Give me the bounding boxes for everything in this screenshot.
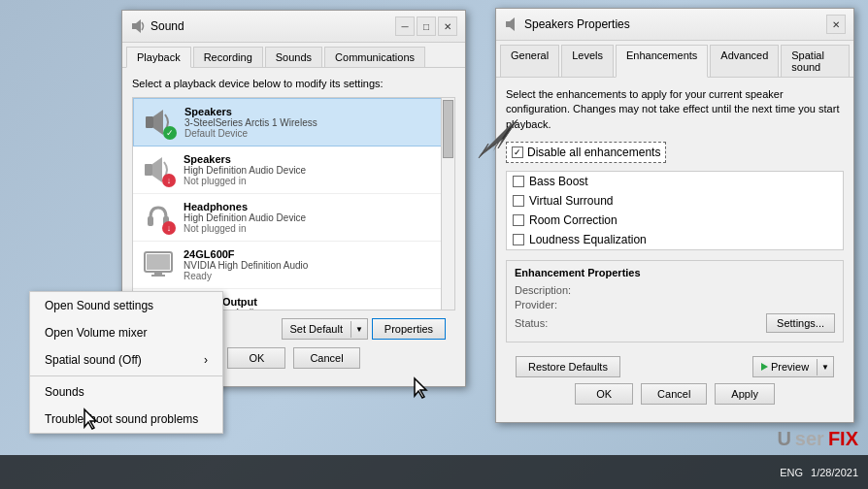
set-default-dropdown-icon[interactable]: ▼: [351, 321, 367, 338]
svg-rect-9: [154, 272, 162, 275]
menu-item-troubleshoot[interactable]: Troubleshoot sound problems: [30, 406, 222, 433]
device-item-monitor[interactable]: 24GL600F NVIDIA High Definition Audio Re…: [133, 242, 454, 289]
default-check-icon: ✓: [163, 126, 177, 140]
device-info-1: Speakers 3-SteelSeries Arctis 1 Wireless…: [184, 106, 446, 139]
menu-item-sounds[interactable]: Sounds: [30, 378, 222, 406]
enhancement-list: Bass Boost Virtual Surround Room Correct…: [506, 171, 844, 250]
sound-tabs: Playback Recording Sounds Communications: [122, 43, 465, 68]
enhancement-room-correction[interactable]: Room Correction: [507, 211, 843, 230]
headphones-icon: ↓: [141, 200, 176, 235]
bass-boost-checkbox[interactable]: [513, 176, 524, 187]
speakers-icon: ✓: [142, 105, 177, 140]
device-list[interactable]: ✓ Speakers 3-SteelSeries Arctis 1 Wirele…: [132, 97, 455, 310]
watermark-ser: ser: [795, 428, 824, 450]
menu-item-volume-mixer[interactable]: Open Volume mixer: [30, 319, 222, 346]
device-desc-4: NVIDIA High Definition Audio: [184, 260, 447, 271]
speakers-titlebar: Speakers Properties ✕: [496, 9, 853, 41]
titlebar-buttons: ─ □ ✕: [395, 16, 457, 36]
tab-spatial-sound[interactable]: Spatial sound: [781, 45, 850, 77]
speakers-titlebar-left: Speakers Properties: [504, 16, 630, 32]
enhancement-virtual-surround[interactable]: Virtual Surround: [507, 191, 843, 211]
tab-playback[interactable]: Playback: [126, 47, 191, 68]
speakers-ok-button[interactable]: OK: [575, 383, 633, 405]
speakers-dialog-title: Speakers Properties: [524, 17, 630, 31]
sound-dialog-titlebar: Sound ─ □ ✕: [122, 11, 465, 43]
playback-instruction: Select a playback device below to modify…: [132, 78, 455, 89]
speakers-titlebar-buttons: ✕: [826, 15, 846, 34]
minimize-button[interactable]: ─: [395, 16, 415, 36]
speakers-tabs: General Levels Enhancements Advanced Spa…: [496, 41, 853, 78]
disable-all-label: Disable all enhancements: [527, 146, 660, 159]
tab-communications[interactable]: Communications: [324, 47, 425, 67]
close-button[interactable]: ✕: [438, 16, 457, 36]
settings-button[interactable]: Settings...: [766, 313, 835, 333]
sound-icon: [130, 18, 146, 34]
speakers-apply-button[interactable]: Apply: [715, 383, 775, 405]
room-correction-label: Room Correction: [529, 213, 618, 227]
play-icon: [761, 363, 768, 371]
scrollbar-track[interactable]: [441, 98, 454, 310]
speakers-title-icon: [504, 16, 519, 32]
context-menu: Open Sound settings Open Volume mixer Sp…: [29, 291, 223, 434]
status-row: Status: Settings...: [515, 313, 835, 333]
cancel-button[interactable]: Cancel: [293, 347, 359, 369]
tab-enhancements[interactable]: Enhancements: [616, 45, 708, 78]
device-item-speakers-default[interactable]: ✓ Speakers 3-SteelSeries Arctis 1 Wirele…: [133, 98, 454, 147]
enhancement-bass-boost[interactable]: Bass Boost: [507, 172, 843, 191]
description-label: Description:: [515, 284, 592, 296]
ok-button[interactable]: OK: [227, 347, 285, 369]
tab-general[interactable]: General: [500, 45, 559, 77]
provider-label: Provider:: [515, 299, 592, 310]
device-status-4: Ready: [184, 271, 447, 281]
maximize-button[interactable]: □: [417, 16, 436, 36]
device-item-headphones[interactable]: ↓ Headphones High Definition Audio Devic…: [133, 194, 454, 242]
preview-button[interactable]: Preview ▼: [752, 356, 834, 377]
menu-item-spatial-sound[interactable]: Spatial sound (Off) ›: [30, 346, 222, 374]
enhancement-properties-title: Enhancement Properties: [515, 267, 835, 278]
device-desc-2: High Definition Audio Device: [184, 165, 447, 176]
device-status-1: Default Device: [184, 128, 446, 139]
tab-levels[interactable]: Levels: [561, 45, 614, 77]
scrollbar-thumb[interactable]: [443, 100, 453, 158]
tab-sounds[interactable]: Sounds: [265, 47, 322, 67]
enhancement-properties-section: Enhancement Properties Description: Prov…: [506, 260, 844, 342]
taskbar-lang: ENG: [780, 467, 803, 478]
svg-rect-10: [151, 275, 165, 277]
speakers-ok-cancel-row: OK Cancel Apply: [506, 383, 844, 412]
enhancement-loudness-eq[interactable]: Loudness Equalization: [507, 230, 843, 249]
restore-defaults-button[interactable]: Restore Defaults: [516, 356, 620, 377]
menu-item-open-sound[interactable]: Open Sound settings: [30, 292, 222, 319]
description-row: Description:: [515, 284, 835, 296]
svg-rect-18: [506, 21, 510, 27]
preview-dropdown-icon[interactable]: ▼: [817, 359, 833, 375]
taskbar: ENG 1/28/2021: [0, 455, 868, 489]
properties-button[interactable]: Properties: [372, 318, 446, 340]
speakers-cancel-button[interactable]: Cancel: [641, 383, 707, 405]
set-default-button[interactable]: Set Default ▼: [282, 318, 368, 340]
device-info-2: Speakers High Definition Audio Device No…: [184, 153, 447, 186]
menu-item-sounds-label: Sounds: [45, 385, 84, 399]
arrow-annotation: [474, 114, 513, 153]
set-default-label: Set Default: [283, 319, 351, 339]
svg-rect-11: [147, 254, 170, 270]
virtual-surround-label: Virtual Surround: [529, 194, 614, 208]
room-correction-checkbox[interactable]: [513, 214, 524, 226]
svg-rect-2: [146, 116, 153, 128]
watermark: U ser FIX: [777, 428, 858, 450]
device-item-speakers-2[interactable]: ↓ Speakers High Definition Audio Device …: [133, 147, 454, 194]
tab-recording[interactable]: Recording: [193, 47, 263, 67]
virtual-surround-checkbox[interactable]: [513, 195, 524, 207]
speakers-close-button[interactable]: ✕: [826, 15, 846, 34]
monitor-icon: [141, 247, 176, 282]
preview-text: Preview: [753, 357, 817, 376]
device-info-3: Headphones High Definition Audio Device …: [184, 201, 447, 234]
device-name-1: Speakers: [184, 106, 446, 117]
tab-advanced[interactable]: Advanced: [710, 45, 779, 77]
svg-rect-6: [148, 216, 153, 226]
not-plugged-icon-3: ↓: [162, 221, 176, 235]
not-plugged-icon-2: ↓: [162, 174, 176, 187]
device-name-4: 24GL600F: [184, 248, 447, 260]
loudness-eq-checkbox[interactable]: [513, 234, 524, 245]
speakers-footer-row: Restore Defaults Preview ▼: [506, 350, 844, 383]
device-name-2: Speakers: [184, 153, 447, 165]
